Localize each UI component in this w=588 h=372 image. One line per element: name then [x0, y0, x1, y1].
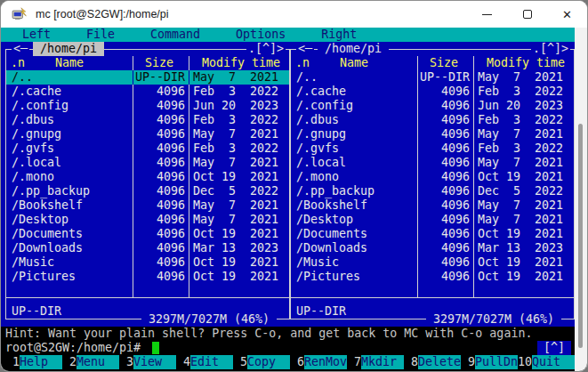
function-key-number: 9: [461, 355, 475, 369]
file-mtime: Oct 19 2021: [474, 255, 574, 270]
file-size: UP--DIR: [417, 70, 474, 85]
menu-bar: LeftFileCommandOptionsRight: [1, 28, 576, 42]
file-row[interactable]: /.. UP--DIR May 7 2021: [6, 70, 289, 85]
file-mtime: Feb 3 2022: [189, 113, 289, 127]
column-filler: [6, 284, 289, 297]
file-row[interactable]: /.config 4096 Jun 20 2023: [291, 99, 574, 113]
panel-resize-corner[interactable]: .[^]>: [531, 42, 570, 56]
file-row[interactable]: /.dbus 4096 Feb 3 2022: [6, 113, 289, 127]
function-key-number: 5: [233, 355, 247, 369]
file-row[interactable]: /Music 4096 Oct 19 2021: [291, 255, 574, 270]
file-name: /Bookshelf: [6, 198, 133, 213]
panel-resize-corner[interactable]: .[^]>: [246, 42, 286, 56]
close-button[interactable]: ✕: [547, 1, 587, 28]
file-name: /Documents: [6, 227, 133, 241]
file-row[interactable]: /.gnupg 4096 May 7 2021: [291, 127, 574, 142]
function-key-label: Edit: [190, 355, 233, 369]
file-row[interactable]: /Pictures 4096 Oct 19 2021: [6, 270, 289, 284]
file-size: 4096: [133, 198, 189, 213]
window-title: mc [root@S2GW]:/home/pi: [36, 8, 169, 20]
command-line[interactable]: root@S2GW:/home/pi# [^]: [1, 341, 576, 355]
file-size: 4096: [417, 142, 474, 156]
function-key-button[interactable]: 6 RenMov: [290, 355, 347, 369]
file-size: 4096: [133, 127, 189, 142]
menu-item[interactable]: File: [86, 28, 115, 42]
close-icon: ✕: [562, 9, 572, 20]
terminal-area[interactable]: LeftFileCommandOptionsRight <─ /home/pi …: [1, 28, 587, 371]
menu-item[interactable]: Options: [236, 28, 286, 42]
file-row[interactable]: /.cache 4096 Feb 3 2022: [6, 85, 289, 99]
panel-collapse-arrow[interactable]: <─: [296, 42, 314, 56]
file-name: /.gnupg: [6, 127, 133, 142]
mtime-column-header[interactable]: Modify time: [189, 56, 289, 70]
file-row[interactable]: /.pp_backup 4096 Dec 5 2022: [6, 184, 289, 198]
putty-window: mc [root@S2GW]:/home/pi ✕ LeftFileComman…: [0, 0, 588, 372]
history-dropdown-icon[interactable]: [^]: [537, 341, 571, 355]
menu-item[interactable]: Command: [150, 28, 200, 42]
file-name: /.pp_backup: [6, 184, 133, 198]
size-column-header[interactable]: Size: [133, 56, 189, 70]
left-panel-path[interactable]: /home/pi: [33, 42, 104, 56]
file-size: 4096: [417, 99, 474, 113]
file-mtime: May 7 2021: [474, 198, 574, 213]
scrollbar-thumb[interactable]: [578, 124, 583, 348]
file-mtime: Feb 3 2022: [474, 85, 574, 99]
file-row[interactable]: /.cache 4096 Feb 3 2022: [291, 85, 574, 99]
file-name: /.local: [6, 156, 133, 170]
mini-status-separator: [6, 297, 289, 298]
function-key-button[interactable]: 3 View: [119, 355, 176, 369]
file-row[interactable]: /.local 4096 May 7 2021: [291, 156, 574, 170]
maximize-button[interactable]: [507, 1, 547, 28]
title-bar: mc [root@S2GW]:/home/pi ✕: [1, 1, 587, 28]
file-row[interactable]: /Music 4096 Oct 19 2021: [6, 255, 289, 270]
file-row[interactable]: /.gvfs 4096 Feb 3 2022: [6, 142, 289, 156]
minimize-button[interactable]: [467, 1, 507, 28]
file-row[interactable]: /.local 4096 May 7 2021: [6, 156, 289, 170]
file-row[interactable]: /.gvfs 4096 Feb 3 2022: [291, 142, 574, 156]
file-mtime: May 7 2021: [189, 156, 289, 170]
function-key-button[interactable]: 2 Menu: [62, 355, 119, 369]
function-key-button[interactable]: 5 Copy: [233, 355, 290, 369]
mtime-column-header[interactable]: Modify time: [474, 56, 574, 70]
file-mtime: Mar 13 2023: [189, 241, 289, 255]
file-mtime: May 7 2021: [474, 127, 574, 142]
window-scrollbar[interactable]: [575, 28, 587, 371]
function-key-button[interactable]: 9 PullDn: [461, 355, 518, 369]
file-row[interactable]: /Desktop 4096 May 7 2021: [6, 213, 289, 227]
name-column-header[interactable]: .nName: [6, 56, 133, 70]
file-row[interactable]: /Bookshelf 4096 May 7 2021: [6, 198, 289, 213]
file-name: /Downloads: [6, 241, 133, 255]
file-mtime: May 7 2021: [474, 156, 574, 170]
function-key-button[interactable]: 1 Help: [5, 355, 62, 369]
file-row[interactable]: /Pictures 4096 Oct 19 2021: [291, 270, 574, 284]
panel-collapse-arrow[interactable]: <─: [12, 42, 29, 56]
file-row[interactable]: /.mono 4096 Oct 19 2021: [6, 170, 289, 184]
file-row[interactable]: /Downloads 4096 Mar 13 2023: [6, 241, 289, 255]
menu-item[interactable]: Right: [321, 28, 357, 42]
right-panel-path[interactable]: /home/pi: [318, 42, 389, 56]
function-key-button[interactable]: 7 Mkdir: [347, 355, 404, 369]
file-size: 4096: [133, 113, 189, 127]
file-row[interactable]: /Downloads 4096 Mar 13 2023: [291, 241, 574, 255]
function-key-button[interactable]: 8 Delete: [404, 355, 461, 369]
file-name: /Pictures: [6, 270, 133, 284]
file-row[interactable]: /Documents 4096 Oct 19 2021: [6, 227, 289, 241]
file-row[interactable]: /Desktop 4096 May 7 2021: [291, 213, 574, 227]
file-row[interactable]: /Documents 4096 Oct 19 2021: [291, 227, 574, 241]
file-mtime: May 7 2021: [474, 213, 574, 227]
file-row[interactable]: /.config 4096 Jun 20 2023: [6, 99, 289, 113]
file-name: /Pictures: [291, 270, 417, 284]
name-column-header[interactable]: .nName: [291, 56, 417, 70]
menu-item[interactable]: Left: [22, 28, 51, 42]
size-column-header[interactable]: Size: [417, 56, 474, 70]
function-key-label: Copy: [247, 355, 290, 369]
function-key-button[interactable]: 4 Edit: [176, 355, 233, 369]
file-row[interactable]: /.mono 4096 Oct 19 2021: [291, 170, 574, 184]
file-row[interactable]: /Bookshelf 4096 May 7 2021: [291, 198, 574, 213]
file-row[interactable]: /.. UP--DIR May 7 2021: [291, 70, 574, 85]
function-key-button[interactable]: 10 Quit: [518, 355, 575, 369]
file-row[interactable]: /.gnupg 4096 May 7 2021: [6, 127, 289, 142]
file-name: /.dbus: [6, 113, 133, 127]
file-row[interactable]: /.dbus 4096 Feb 3 2022: [291, 113, 574, 127]
file-row[interactable]: /.pp_backup 4096 Dec 5 2022: [291, 184, 574, 198]
